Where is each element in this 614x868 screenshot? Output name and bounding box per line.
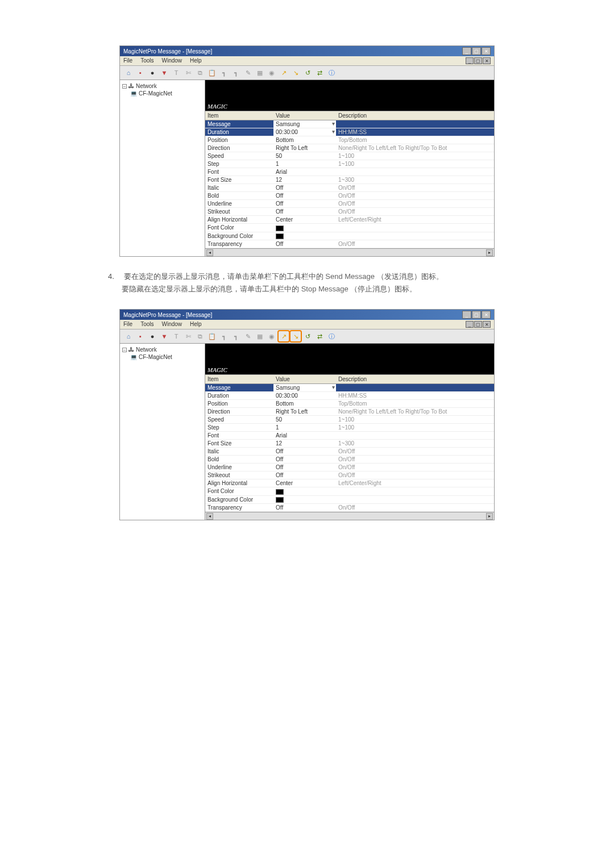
- prop-row[interactable]: StrikeoutOffOn/Off: [205, 471, 494, 479]
- icon-j[interactable]: ┓: [231, 331, 241, 341]
- stop-message-icon[interactable]: ↘: [291, 331, 301, 341]
- prop-value[interactable]: Off: [273, 456, 336, 463]
- prop-row[interactable]: Step11~100: [205, 424, 494, 432]
- close-button[interactable]: ✕: [482, 47, 491, 55]
- mdi-restore[interactable]: ▢: [474, 57, 482, 64]
- scroll-left-icon[interactable]: ◂: [206, 513, 213, 520]
- icon-k[interactable]: ✎: [243, 331, 253, 341]
- prop-row[interactable]: DirectionRight To LeftNone/Right To Left…: [205, 408, 494, 416]
- minimize-button[interactable]: _: [462, 47, 471, 55]
- maximize-button[interactable]: ▢: [472, 47, 481, 55]
- send-message-icon[interactable]: ↗: [279, 68, 289, 78]
- icon-g[interactable]: ⧉: [195, 331, 205, 341]
- prop-value[interactable]: 50: [273, 152, 336, 160]
- prop-row[interactable]: TransparencyOffOn/Off: [205, 504, 494, 512]
- prop-value[interactable]: Off: [273, 448, 336, 455]
- scroll-right-icon[interactable]: ▸: [486, 249, 493, 256]
- icon-q[interactable]: ⇄: [314, 331, 325, 341]
- prop-value[interactable]: 1: [273, 160, 336, 168]
- prop-value[interactable]: 12: [273, 176, 336, 183]
- icon-info[interactable]: ⓘ: [326, 68, 337, 78]
- icon-f[interactable]: ✄: [183, 331, 193, 341]
- send-message-icon[interactable]: ↗: [279, 331, 289, 341]
- icon-b[interactable]: ▪: [135, 68, 146, 78]
- icon-l[interactable]: ▦: [255, 68, 265, 78]
- prop-row[interactable]: Background Color: [205, 232, 494, 240]
- prop-value[interactable]: Off: [273, 184, 336, 191]
- icon-f[interactable]: ✄: [183, 68, 193, 78]
- prop-value[interactable]: Bottom: [273, 136, 336, 144]
- icon-m[interactable]: ◉: [267, 68, 277, 78]
- menu-file[interactable]: File: [123, 57, 132, 64]
- prop-row[interactable]: Align HorizontalCenterLeft/Center/Right: [205, 216, 494, 224]
- h-scrollbar[interactable]: ◂ ▸: [205, 248, 494, 256]
- icon-p[interactable]: ↺: [302, 331, 313, 341]
- color-swatch[interactable]: [276, 497, 284, 503]
- icon-c[interactable]: ●: [147, 68, 157, 78]
- prop-row[interactable]: Font Color: [205, 224, 494, 232]
- tree-root[interactable]: – 🖧 Network: [122, 82, 202, 90]
- h-scrollbar[interactable]: ◂ ▸: [205, 512, 494, 520]
- prop-row[interactable]: Font Color: [205, 487, 494, 495]
- close-button[interactable]: ✕: [482, 311, 491, 319]
- icon-k[interactable]: ✎: [243, 68, 253, 78]
- prop-value[interactable]: Off: [273, 240, 336, 248]
- scroll-right-icon[interactable]: ▸: [486, 513, 493, 520]
- icon-g[interactable]: ⧉: [195, 68, 205, 78]
- menu-help[interactable]: Help: [190, 321, 202, 328]
- icon-a[interactable]: ⌂: [123, 331, 134, 341]
- prop-row[interactable]: Font Size121~300: [205, 440, 494, 448]
- menu-help[interactable]: Help: [190, 57, 202, 64]
- icon-m[interactable]: ◉: [267, 331, 277, 341]
- color-swatch[interactable]: [276, 489, 284, 495]
- menu-tools[interactable]: Tools: [140, 321, 154, 328]
- icon-p[interactable]: ↺: [302, 68, 313, 78]
- tree-expand-icon[interactable]: –: [122, 84, 127, 89]
- menu-window[interactable]: Window: [161, 57, 182, 64]
- prop-row[interactable]: Duration00:30:00HH:MM:SS: [205, 128, 494, 136]
- mdi-restore[interactable]: ▢: [474, 321, 482, 328]
- prop-row[interactable]: DirectionRight To LeftNone/Right To Left…: [205, 144, 494, 152]
- prop-value[interactable]: Center: [273, 479, 336, 487]
- prop-row[interactable]: UnderlineOffOn/Off: [205, 200, 494, 208]
- prop-value[interactable]: 00:30:00: [273, 128, 336, 136]
- prop-row[interactable]: MessageSamsung: [205, 384, 494, 392]
- icon-j[interactable]: ┓: [231, 68, 241, 78]
- prop-value[interactable]: Off: [273, 471, 336, 479]
- icon-e[interactable]: T: [171, 68, 181, 78]
- prop-row[interactable]: BoldOffOn/Off: [205, 192, 494, 200]
- prop-value[interactable]: Off: [273, 200, 336, 207]
- stop-message-icon[interactable]: ↘: [291, 68, 301, 78]
- icon-i[interactable]: ┓: [219, 68, 229, 78]
- prop-row[interactable]: TransparencyOffOn/Off: [205, 240, 494, 248]
- prop-row[interactable]: FontArial: [205, 432, 494, 440]
- icon-a[interactable]: ⌂: [123, 68, 134, 78]
- icon-info[interactable]: ⓘ: [326, 331, 337, 341]
- prop-row[interactable]: Speed501~100: [205, 152, 494, 160]
- prop-value[interactable]: Bottom: [273, 400, 336, 407]
- prop-value[interactable]: Right To Left: [273, 408, 336, 415]
- mdi-minimize[interactable]: _: [466, 57, 474, 64]
- icon-e[interactable]: T: [171, 331, 181, 341]
- mdi-close[interactable]: ✕: [483, 321, 491, 328]
- prop-value[interactable]: [273, 232, 336, 240]
- prop-value[interactable]: Arial: [273, 168, 336, 176]
- menu-file[interactable]: File: [123, 321, 132, 328]
- mdi-close[interactable]: ✕: [483, 57, 491, 64]
- prop-value[interactable]: 1: [273, 424, 336, 431]
- prop-value[interactable]: Off: [273, 504, 336, 511]
- prop-row[interactable]: PositionBottomTop/Bottom: [205, 136, 494, 144]
- color-swatch[interactable]: [276, 233, 284, 239]
- icon-l[interactable]: ▦: [255, 331, 265, 341]
- prop-value[interactable]: Right To Left: [273, 144, 336, 152]
- prop-value[interactable]: Off: [273, 192, 336, 199]
- tree-expand-icon[interactable]: –: [122, 348, 127, 352]
- prop-row[interactable]: Speed501~100: [205, 416, 494, 424]
- prop-value[interactable]: Arial: [273, 432, 336, 439]
- tree-root[interactable]: – 🖧 Network: [122, 346, 202, 353]
- prop-row[interactable]: PositionBottomTop/Bottom: [205, 400, 494, 408]
- icon-b[interactable]: ▪: [135, 331, 146, 341]
- prop-row[interactable]: FontArial: [205, 168, 494, 176]
- prop-value[interactable]: Off: [273, 464, 336, 471]
- prop-row[interactable]: BoldOffOn/Off: [205, 456, 494, 464]
